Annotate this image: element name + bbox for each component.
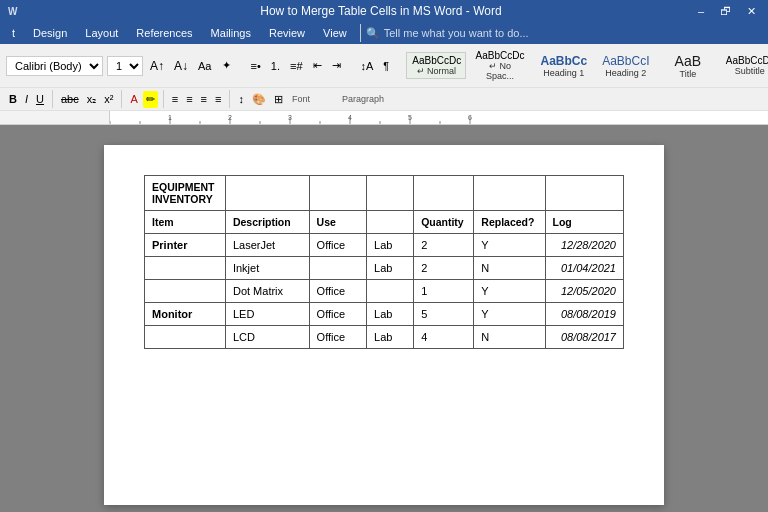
row3-log: 12/05/2020 bbox=[545, 280, 623, 303]
search-label[interactable]: Tell me what you want to do... bbox=[384, 27, 529, 39]
table-row: Dot Matrix Office 1 Y 12/05/2020 bbox=[145, 280, 624, 303]
restore-button[interactable]: 🗗 bbox=[716, 5, 735, 18]
italic-button[interactable]: I bbox=[22, 91, 31, 107]
align-center-button[interactable]: ≡ bbox=[183, 91, 195, 107]
table-header-row: EQUIPMENT INVENTORY bbox=[145, 176, 624, 211]
col-lab-header bbox=[367, 211, 414, 234]
decrease-font-button[interactable]: A↓ bbox=[171, 57, 191, 75]
document-page: EQUIPMENT INVENTORY Item Description Use… bbox=[104, 145, 664, 505]
justify-button[interactable]: ≡ bbox=[212, 91, 224, 107]
ruler-inner: 1 2 3 4 5 6 bbox=[109, 111, 768, 124]
font-color-button[interactable]: A bbox=[127, 91, 140, 107]
row1-qty: 2 bbox=[414, 234, 474, 257]
menu-item-design[interactable]: Design bbox=[25, 24, 75, 42]
row2-qty: 2 bbox=[414, 257, 474, 280]
row1-item: Printer bbox=[145, 234, 226, 257]
style-normal-label: ↵ Normal bbox=[412, 66, 460, 76]
style-subtitle[interactable]: AaBbCcDc Subtitle bbox=[720, 52, 768, 79]
bold-button[interactable]: B bbox=[6, 91, 20, 107]
minimize-button[interactable]: – bbox=[694, 5, 708, 18]
row4-log: 08/08/2019 bbox=[545, 303, 623, 326]
col-qty-header: Quantity bbox=[414, 211, 474, 234]
svg-text:5: 5 bbox=[408, 114, 412, 121]
style-subtitle-label: Subtitle bbox=[726, 66, 768, 76]
row2-use bbox=[309, 257, 367, 280]
table-row: Inkjet Lab 2 N 01/04/2021 bbox=[145, 257, 624, 280]
toolbar-row1: Calibri (Body) 11 A↑ A↓ Aa ✦ ≡• 1. ≡# ⇤ … bbox=[0, 44, 768, 88]
increase-indent-button[interactable]: ⇥ bbox=[329, 57, 344, 74]
align-right-button[interactable]: ≡ bbox=[198, 91, 210, 107]
menu-item-references[interactable]: References bbox=[128, 24, 200, 42]
svg-text:3: 3 bbox=[288, 114, 292, 121]
menu-item-mailings[interactable]: Mailings bbox=[203, 24, 259, 42]
row5-desc: LCD bbox=[225, 326, 309, 349]
show-para-button[interactable]: ¶ bbox=[380, 58, 392, 74]
row4-replaced: Y bbox=[474, 303, 545, 326]
document-area: EQUIPMENT INVENTORY Item Description Use… bbox=[0, 125, 768, 512]
style-heading1-label: Heading 1 bbox=[540, 68, 588, 78]
row1-log: 12/28/2020 bbox=[545, 234, 623, 257]
strikethrough-button[interactable]: abc bbox=[58, 91, 82, 107]
underline-button[interactable]: U bbox=[33, 91, 47, 107]
svg-text:1: 1 bbox=[168, 114, 172, 121]
row3-replaced: Y bbox=[474, 280, 545, 303]
shading-button[interactable]: 🎨 bbox=[249, 91, 269, 108]
borders-button[interactable]: ⊞ bbox=[271, 91, 286, 108]
row1-lab: Lab bbox=[367, 234, 414, 257]
sep5 bbox=[121, 90, 122, 108]
font-name-selector[interactable]: Calibri (Body) bbox=[6, 56, 103, 76]
highlight-button[interactable]: ✏ bbox=[143, 91, 158, 108]
subscript-button[interactable]: x₂ bbox=[84, 91, 100, 108]
row1-replaced: Y bbox=[474, 234, 545, 257]
style-no-spacing-label: ↵ No Spac... bbox=[474, 61, 526, 81]
multilevel-button[interactable]: ≡# bbox=[287, 58, 306, 74]
table-header-title: EQUIPMENT INVENTORY bbox=[152, 181, 214, 205]
close-button[interactable]: ✕ bbox=[743, 5, 760, 18]
row5-replaced: N bbox=[474, 326, 545, 349]
numbering-button[interactable]: 1. bbox=[268, 58, 283, 74]
svg-text:6: 6 bbox=[468, 114, 472, 121]
menu-item-layout[interactable]: Layout bbox=[77, 24, 126, 42]
decrease-indent-button[interactable]: ⇤ bbox=[310, 57, 325, 74]
bullets-button[interactable]: ≡• bbox=[248, 58, 264, 74]
table-row: Printer LaserJet Office Lab 2 Y 12/28/20… bbox=[145, 234, 624, 257]
app-body: W How to Merge Table Cells in MS Word - … bbox=[0, 0, 768, 512]
ruler: 1 2 3 4 5 6 bbox=[0, 111, 768, 125]
sort-button[interactable]: ↕A bbox=[358, 58, 377, 74]
row3-item bbox=[145, 280, 226, 303]
row2-lab: Lab bbox=[367, 257, 414, 280]
style-title[interactable]: AaB Title bbox=[658, 50, 718, 82]
row4-lab: Lab bbox=[367, 303, 414, 326]
row3-lab bbox=[367, 280, 414, 303]
table-row: LCD Office Lab 4 N 08/08/2017 bbox=[145, 326, 624, 349]
row5-item bbox=[145, 326, 226, 349]
style-no-spacing[interactable]: AaBbCcDc ↵ No Spac... bbox=[468, 47, 532, 84]
sep4 bbox=[52, 90, 53, 108]
style-heading1[interactable]: AaBbCc Heading 1 bbox=[534, 51, 594, 81]
row2-log: 01/04/2021 bbox=[545, 257, 623, 280]
table-header-empty3 bbox=[367, 176, 414, 211]
style-heading2[interactable]: AaBbCcI Heading 2 bbox=[596, 51, 656, 81]
menu-item-view[interactable]: View bbox=[315, 24, 355, 42]
align-left-button[interactable]: ≡ bbox=[169, 91, 181, 107]
row3-desc: Dot Matrix bbox=[225, 280, 309, 303]
svg-text:2: 2 bbox=[228, 114, 232, 121]
line-spacing-button[interactable]: ↕ bbox=[235, 91, 247, 107]
change-case-button[interactable]: Aa bbox=[195, 58, 214, 74]
menu-item-file[interactable]: t bbox=[4, 24, 23, 42]
row5-use: Office bbox=[309, 326, 367, 349]
menu-item-review[interactable]: Review bbox=[261, 24, 313, 42]
row1-desc: LaserJet bbox=[225, 234, 309, 257]
toolbar-row2: B I U abc x₂ x² A ✏ ≡ ≡ ≡ ≡ ↕ 🎨 ⊞ Font P… bbox=[0, 88, 768, 111]
col-desc-header: Description bbox=[225, 211, 309, 234]
word-icon: W bbox=[8, 6, 17, 17]
table-header-title-cell: EQUIPMENT INVENTORY bbox=[145, 176, 226, 211]
col-item-header: Item bbox=[145, 211, 226, 234]
style-normal[interactable]: AaBbCcDc ↵ Normal bbox=[406, 52, 466, 79]
sep7 bbox=[229, 90, 230, 108]
font-size-selector[interactable]: 11 bbox=[107, 56, 143, 76]
superscript-button[interactable]: x² bbox=[101, 91, 116, 107]
window-title: How to Merge Table Cells in MS Word - Wo… bbox=[68, 4, 694, 18]
clear-format-button[interactable]: ✦ bbox=[219, 57, 234, 74]
increase-font-button[interactable]: A↑ bbox=[147, 57, 167, 75]
